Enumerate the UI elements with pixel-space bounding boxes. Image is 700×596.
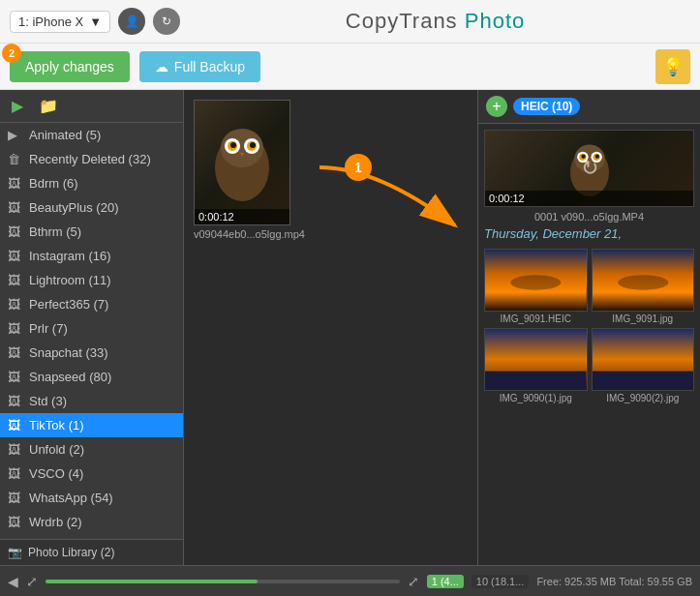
- sidebar-item-wrdrb[interactable]: 🖼 Wrdrb (2): [0, 510, 183, 534]
- album-icon: 🖼: [8, 466, 23, 481]
- album-icon: 🖼: [8, 515, 23, 529]
- sidebar-item-recently-deleted[interactable]: 🗑 Recently Deleted (32): [0, 147, 183, 171]
- photo-thumb-4: [592, 328, 695, 391]
- refresh-icon[interactable]: ↻: [153, 8, 180, 35]
- svg-point-7: [250, 142, 256, 148]
- album-icon: 🖼: [8, 297, 23, 312]
- sidebar-list: ▶ Animated (5) 🗑 Recently Deleted (32) 🖼…: [0, 123, 183, 539]
- title-trans: Photo: [458, 9, 526, 33]
- photo-label-3: IMG_9090(1).jpg: [484, 393, 588, 403]
- photo-thumb-3: [484, 328, 588, 391]
- sidebar-item-label: Recently Deleted (32): [29, 152, 151, 166]
- svg-point-6: [230, 142, 236, 148]
- sidebar-footer: 📷 Photo Library (2): [0, 539, 183, 565]
- page-badge-1[interactable]: 1 (4...: [427, 575, 464, 588]
- album-icon: 🖼: [8, 176, 23, 191]
- right-video-filename: 0001 v090...o5lgg.MP4: [484, 211, 694, 223]
- page-badge-2[interactable]: 10 (18.1...: [472, 575, 530, 588]
- sidebar-item-snapchat[interactable]: 🖼 Snapchat (33): [0, 341, 183, 365]
- loading-spin-icon: ↻: [581, 156, 598, 181]
- sidebar-item-label: TikTok (1): [29, 418, 84, 432]
- backup-icon: ☁: [155, 59, 168, 74]
- photo-grid: IMG_9091.HEIC: [484, 249, 694, 403]
- album-icon: 🖼: [8, 249, 23, 263]
- sidebar-item-vsco[interactable]: 🖼 VSCO (4): [0, 462, 183, 486]
- photo-cell-4[interactable]: IMG_9090(2).jpg: [592, 328, 695, 403]
- svg-point-10: [345, 154, 372, 181]
- sidebar-item-tiktok[interactable]: 🖼 TikTok (1): [0, 413, 183, 437]
- sidebar-item-label: Std (3): [29, 394, 67, 408]
- sidebar-item-instagram[interactable]: 🖼 Instagram (16): [0, 244, 183, 268]
- photo-library-label: Photo Library (2): [28, 546, 114, 559]
- profile-icon[interactable]: 👤: [118, 8, 145, 35]
- sidebar-item-label: Wrdrb (2): [29, 515, 82, 529]
- bottom-expand-right-button[interactable]: ⤢: [408, 574, 419, 589]
- sidebar-item-std[interactable]: 🖼 Std (3): [0, 389, 183, 413]
- sidebar-item-perfect365[interactable]: 🖼 Perfect365 (7): [0, 292, 183, 316]
- sidebar-item-label: Prlr (7): [29, 321, 68, 336]
- video-time: 0:00:12: [198, 211, 234, 223]
- device-selector[interactable]: 1: iPhone X ▼: [10, 11, 110, 33]
- sidebar-toolbar: ▶ 📁: [0, 90, 183, 123]
- sidebar-item-animated[interactable]: ▶ Animated (5): [0, 123, 183, 147]
- photo-cell-2[interactable]: IMG_9091.jpg: [592, 249, 695, 324]
- add-to-right-button[interactable]: +: [486, 96, 507, 117]
- right-video-time: 0:00:12: [489, 193, 525, 204]
- sidebar-item-snapseed[interactable]: 🖼 Snapseed (80): [0, 365, 183, 389]
- header: 1: iPhone X ▼ 👤 ↻ CopyTrans Photo: [0, 0, 700, 44]
- right-panel-header: + HEIC (10): [478, 90, 700, 124]
- sidebar-item-beautyplus[interactable]: 🖼 BeautyPlus (20): [0, 195, 183, 220]
- bottom-progress-bar: [46, 580, 400, 583]
- album-icon: 🖼: [8, 345, 23, 360]
- album-icon: 🖼: [8, 491, 23, 505]
- sidebar-item-prlr[interactable]: 🖼 Prlr (7): [0, 316, 183, 341]
- photo-thumb-1: [484, 249, 588, 312]
- photo-cell-1[interactable]: IMG_9091.HEIC: [484, 249, 588, 324]
- hint-icon: 💡: [662, 56, 684, 77]
- apply-changes-button[interactable]: 2 Apply changes: [10, 51, 130, 82]
- sidebar-play-button[interactable]: ▶: [8, 95, 27, 117]
- video-thumbnail[interactable]: 0:00:12 v09044eb0...o5lgg.mp4: [194, 100, 305, 240]
- sidebar-albums-button[interactable]: 📁: [35, 95, 62, 117]
- progress-fill: [46, 580, 258, 583]
- date-label: Thursday, December 21,: [484, 223, 694, 245]
- sidebar-item-whatsapp[interactable]: 🖼 WhatsApp (54): [0, 486, 183, 510]
- device-label: 1: iPhone X: [18, 15, 83, 29]
- sidebar-item-label: Instagram (16): [29, 249, 111, 263]
- center-content: 0:00:12 v09044eb0...o5lgg.mp4 1: [184, 90, 477, 565]
- video-overlay: 0:00:12: [195, 209, 289, 224]
- title-copy: CopyTrans: [346, 9, 458, 33]
- backup-label: Full Backup: [174, 59, 245, 74]
- app-title: CopyTrans Photo: [180, 9, 690, 34]
- sidebar-item-label: Animated (5): [29, 128, 101, 142]
- sidebar-item-label: Perfect365 (7): [29, 297, 108, 312]
- sidebar-item-label: Unfold (2): [29, 442, 84, 457]
- right-panel: + HEIC (10): [477, 90, 700, 565]
- photo-cell-3[interactable]: IMG_9090(1).jpg: [484, 328, 588, 403]
- album-icon: 🖼: [8, 418, 23, 432]
- album-icon: 🖼: [8, 273, 23, 287]
- animated-icon: ▶: [8, 128, 23, 142]
- sidebar-item-unfold[interactable]: 🖼 Unfold (2): [0, 437, 183, 462]
- album-icon: 🖼: [8, 370, 23, 384]
- sidebar-item-label: WhatsApp (54): [29, 491, 113, 505]
- heic-badge: HEIC (10): [513, 98, 580, 115]
- right-video-thumbnail[interactable]: ↻ 0:00:12: [484, 130, 694, 207]
- sidebar-item-lightroom[interactable]: 🖼 Lightroom (11): [0, 268, 183, 292]
- album-icon: 🖼: [8, 224, 23, 239]
- photo-label-2: IMG_9091.jpg: [592, 313, 695, 324]
- album-icon: 🖼: [8, 321, 23, 336]
- album-icon: 🖼: [8, 442, 23, 457]
- main: ▶ 📁 ▶ Animated (5) 🗑 Recently Deleted (3…: [0, 90, 700, 565]
- bottom-expand-button[interactable]: ⤢: [26, 574, 38, 589]
- sidebar-item-bdrm[interactable]: 🖼 Bdrm (6): [0, 171, 183, 195]
- full-backup-button[interactable]: ☁ Full Backup: [139, 51, 260, 82]
- hint-button[interactable]: 💡: [655, 49, 690, 84]
- sidebar-item-bthrm[interactable]: 🖼 Bthrm (5): [0, 220, 183, 244]
- bottom-bar: ◀ ⤢ ⤢ 1 (4... 10 (18.1... Free: 925.35 M…: [0, 565, 700, 596]
- sidebar-item-label: VSCO (4): [29, 466, 83, 481]
- sidebar-item-label: Lightroom (11): [29, 273, 111, 287]
- bottom-prev-button[interactable]: ◀: [8, 574, 18, 589]
- toolbar: 2 Apply changes ☁ Full Backup 💡: [0, 44, 700, 90]
- sidebar-item-label: Bthrm (5): [29, 224, 81, 239]
